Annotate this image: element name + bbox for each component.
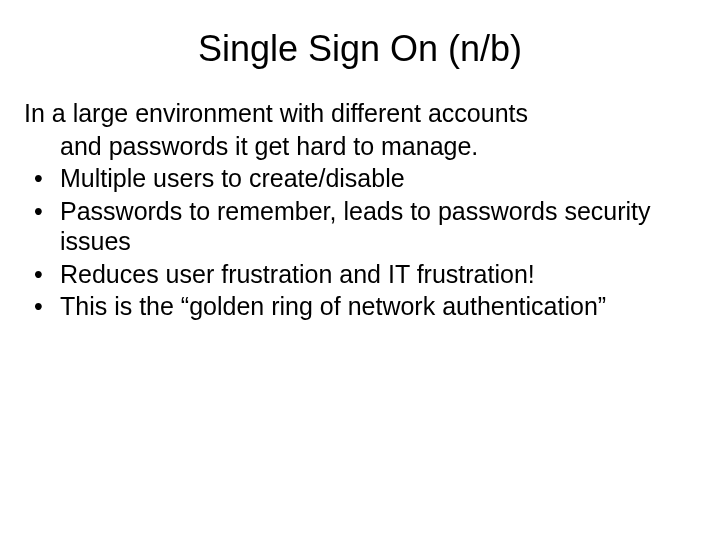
bullet-text: Reduces user frustration and IT frustrat… [60,260,535,288]
intro-text-line1: In a large environment with different ac… [24,98,696,129]
slide-title: Single Sign On (n/b) [24,28,696,70]
list-item: This is the “golden ring of network auth… [24,291,696,322]
list-item: Multiple users to create/disable [24,163,696,194]
bullet-text: Multiple users to create/disable [60,164,405,192]
list-item: Passwords to remember, leads to password… [24,196,696,257]
bullet-text: Passwords to remember, leads to password… [60,197,651,256]
slide-body: In a large environment with different ac… [24,98,696,322]
list-item: Reduces user frustration and IT frustrat… [24,259,696,290]
bullet-list: Multiple users to create/disable Passwor… [24,163,696,322]
intro-text-line2: and passwords it get hard to manage. [24,131,696,162]
bullet-text: This is the “golden ring of network auth… [60,292,606,320]
